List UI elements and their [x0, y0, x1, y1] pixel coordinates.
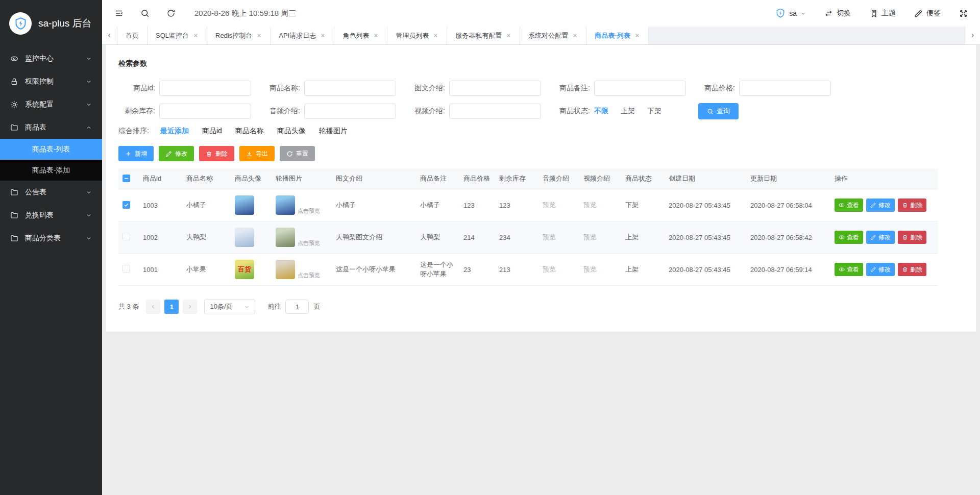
- edit-button[interactable]: 修改: [866, 199, 895, 212]
- tab-admin-list[interactable]: 管理员列表: [387, 27, 447, 44]
- folder-icon: [10, 234, 18, 242]
- current-page-button[interactable]: 1: [164, 300, 179, 314]
- view-button[interactable]: 查看: [835, 199, 863, 212]
- video-input[interactable]: [449, 104, 541, 119]
- status-option-unlimited[interactable]: 不限: [594, 107, 608, 116]
- prev-page-button[interactable]: [146, 300, 160, 314]
- search-icon[interactable]: [140, 9, 150, 18]
- tab-close-icon[interactable]: [320, 33, 326, 38]
- sort-option-product-id[interactable]: 商品id: [202, 127, 222, 136]
- sort-label: 综合排序:: [118, 127, 149, 136]
- product-id-input[interactable]: [159, 81, 251, 96]
- audio-preview-link[interactable]: 预览: [543, 233, 556, 241]
- sort-option-avatar[interactable]: 商品头像: [277, 127, 306, 136]
- sidebar-item-system-config[interactable]: 系统配置: [0, 93, 102, 116]
- tab-close-icon[interactable]: [373, 33, 379, 38]
- product-name-input[interactable]: [304, 81, 396, 96]
- audio-preview-link[interactable]: 预览: [543, 201, 556, 209]
- sidebar-item-product-category-table[interactable]: 商品分类表: [0, 227, 102, 250]
- delete-button[interactable]: 删除: [199, 146, 234, 161]
- click-preview-link[interactable]: 点击预览: [298, 207, 320, 215]
- pen-icon: [870, 266, 876, 273]
- carousel-image[interactable]: [276, 195, 295, 215]
- product-avatar-image[interactable]: 百货: [235, 260, 254, 279]
- edit-button[interactable]: 修改: [866, 263, 895, 276]
- add-button[interactable]: 新增: [118, 146, 154, 161]
- tab-system-public-config[interactable]: 系统对公配置: [520, 27, 586, 44]
- goto-page-input[interactable]: [285, 300, 309, 314]
- search-form-row-2: 剩余库存: 音频介绍: 视频介绍: 商品状态: 不限: [118, 103, 964, 119]
- tabs-scroll-right-button[interactable]: [965, 27, 980, 44]
- user-menu[interactable]: sa: [775, 8, 806, 18]
- collapse-menu-icon[interactable]: [114, 9, 124, 18]
- row-checkbox[interactable]: [122, 201, 130, 209]
- product-avatar-image[interactable]: [235, 195, 254, 215]
- video-preview-link[interactable]: 预览: [583, 265, 597, 273]
- delete-button[interactable]: 删除: [898, 263, 926, 276]
- select-all-checkbox[interactable]: [122, 175, 130, 182]
- export-button[interactable]: 导出: [239, 146, 275, 161]
- stock-input[interactable]: [159, 104, 251, 119]
- audio-input[interactable]: [304, 104, 396, 119]
- edit-button[interactable]: 修改: [159, 146, 194, 161]
- edit-button[interactable]: 修改: [866, 231, 895, 244]
- tab-api-log[interactable]: API请求日志: [271, 27, 334, 44]
- product-avatar-image[interactable]: [235, 228, 254, 247]
- note-button[interactable]: 便签: [914, 9, 941, 18]
- delete-button[interactable]: 删除: [898, 199, 926, 212]
- tab-role-list[interactable]: 角色列表: [334, 27, 387, 44]
- cell-stock: 234: [495, 221, 538, 254]
- tabs-scroll-left-button[interactable]: [102, 27, 117, 44]
- click-preview-link[interactable]: 点击预览: [298, 239, 320, 247]
- reset-button[interactable]: 重置: [280, 146, 315, 161]
- page-size-select[interactable]: 10条/页: [204, 299, 255, 314]
- price-input[interactable]: [739, 81, 831, 96]
- intro-input[interactable]: [449, 81, 541, 96]
- query-button[interactable]: 查询: [698, 103, 739, 119]
- click-preview-link[interactable]: 点击预览: [298, 271, 320, 279]
- carousel-image[interactable]: [276, 260, 295, 279]
- field-label: 商品价格:: [698, 84, 739, 93]
- tab-home[interactable]: 首页: [117, 27, 148, 44]
- tab-close-icon[interactable]: [256, 33, 262, 38]
- sidebar-item-label: 系统配置: [25, 100, 54, 109]
- sidebar-item-redeem-code-table[interactable]: 兑换码表: [0, 204, 102, 227]
- sidebar-item-notice-table[interactable]: 公告表: [0, 181, 102, 204]
- tab-close-icon[interactable]: [433, 33, 438, 38]
- tab-sql-monitor[interactable]: SQL监控台: [148, 27, 207, 44]
- sort-option-carousel[interactable]: 轮播图片: [319, 127, 348, 136]
- view-button[interactable]: 查看: [835, 231, 863, 244]
- video-preview-link[interactable]: 预览: [583, 201, 597, 209]
- audio-preview-link[interactable]: 预览: [543, 265, 556, 273]
- video-preview-link[interactable]: 预览: [583, 233, 597, 241]
- status-option-off-shelf[interactable]: 下架: [647, 107, 662, 116]
- status-option-on-shelf[interactable]: 上架: [621, 107, 635, 116]
- view-button[interactable]: 查看: [835, 263, 863, 276]
- sidebar-item-product-table-list[interactable]: 商品表-列表: [0, 139, 102, 160]
- refresh-icon[interactable]: [166, 9, 176, 18]
- tab-redis-console[interactable]: Redis控制台: [207, 27, 271, 44]
- tab-close-icon[interactable]: [572, 33, 578, 38]
- fullscreen-button[interactable]: [959, 9, 968, 18]
- row-checkbox[interactable]: [122, 233, 130, 240]
- tab-close-icon[interactable]: [634, 33, 640, 38]
- note-input[interactable]: [594, 81, 686, 96]
- tab-product-list[interactable]: 商品表-列表: [586, 27, 648, 44]
- carousel-image[interactable]: [276, 228, 295, 247]
- next-page-button[interactable]: [183, 300, 197, 314]
- sidebar-item-product-table-add[interactable]: 商品表-添加: [0, 160, 102, 181]
- sort-option-recently-added[interactable]: 最近添加: [160, 127, 189, 136]
- sidebar-item-monitor-center[interactable]: 监控中心: [0, 47, 102, 70]
- tab-server-private-config[interactable]: 服务器私有配置: [447, 27, 520, 44]
- sidebar-item-product-table[interactable]: 商品表: [0, 116, 102, 139]
- row-checkbox[interactable]: [122, 265, 130, 273]
- datetime-text: 2020-8-26 晚上 10:59:18 周三: [194, 9, 296, 18]
- sidebar-item-permission-control[interactable]: 权限控制: [0, 70, 102, 93]
- tab-close-icon[interactable]: [506, 33, 511, 38]
- switch-account-button[interactable]: 切换: [824, 9, 851, 18]
- sort-option-product-name[interactable]: 商品名称: [235, 127, 264, 136]
- delete-button[interactable]: 删除: [898, 231, 926, 244]
- tab-close-icon[interactable]: [193, 33, 199, 38]
- theme-button[interactable]: 主题: [869, 9, 896, 18]
- export-button-label: 导出: [256, 150, 268, 158]
